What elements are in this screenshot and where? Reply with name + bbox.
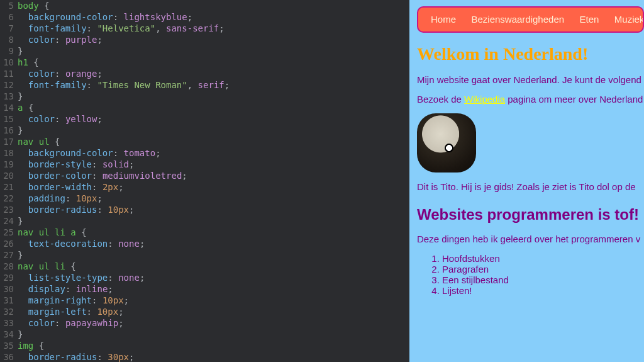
- code-content[interactable]: font-family: "Helvetica", sans-serif;: [18, 23, 409, 34]
- code-content[interactable]: }: [18, 215, 409, 227]
- code-line[interactable]: 20 border-color: mediumvioletred;: [0, 170, 409, 181]
- code-line[interactable]: 6 background-color: lightskyblue;: [0, 11, 409, 23]
- line-number: 36: [0, 351, 18, 362]
- nav-item-bezienswaardigheden[interactable]: Bezienswaardigheden: [471, 14, 564, 25]
- code-content[interactable]: }: [18, 91, 409, 102]
- wikipedia-link[interactable]: Wikipedia: [464, 94, 505, 105]
- line-number: 27: [0, 249, 18, 261]
- code-line[interactable]: 8 color: purple;: [0, 34, 409, 45]
- code-line[interactable]: 21 border-width: 2px;: [0, 181, 409, 193]
- learned-paragraph: Deze dingen heb ik geleerd over het prog…: [417, 234, 644, 244]
- code-content[interactable]: color: yellow;: [18, 113, 409, 125]
- code-content[interactable]: display: inline;: [18, 283, 409, 295]
- code-content[interactable]: background-color: lightskyblue;: [18, 11, 409, 23]
- line-number: 13: [0, 91, 18, 102]
- code-content[interactable]: margin-left: 10px;: [18, 306, 409, 317]
- code-line[interactable]: 23 border-radius: 10px;: [0, 204, 409, 215]
- code-line[interactable]: 17nav ul {: [0, 136, 409, 147]
- nav-item-home[interactable]: Home: [431, 14, 456, 25]
- code-line[interactable]: 28nav ul li {: [0, 261, 409, 272]
- code-content[interactable]: color: orange;: [18, 68, 409, 79]
- nav-link[interactable]: Eten: [580, 14, 599, 25]
- code-content[interactable]: text-decoration: none;: [18, 238, 409, 249]
- nav-bar: Home Bezienswaardigheden Eten Muziek: [417, 6, 644, 33]
- code-line[interactable]: 31 margin-right: 10px;: [0, 295, 409, 306]
- code-line[interactable]: 24}: [0, 215, 409, 227]
- code-content[interactable]: border-radius: 30px;: [18, 351, 409, 362]
- code-line[interactable]: 10h1 {: [0, 57, 409, 68]
- code-line[interactable]: 29 list-style-type: none;: [0, 272, 409, 283]
- code-line[interactable]: 25nav ul li a {: [0, 227, 409, 238]
- tito-paragraph: Dit is Tito. Hij is je gids! Zoals je zi…: [417, 181, 644, 192]
- line-number: 15: [0, 113, 18, 125]
- line-number: 26: [0, 238, 18, 249]
- code-line[interactable]: 33 color: papayawhip;: [0, 317, 409, 329]
- line-number: 35: [0, 340, 18, 351]
- code-line[interactable]: 22 padding: 10px;: [0, 193, 409, 204]
- code-line[interactable]: 19 border-style: solid;: [0, 159, 409, 170]
- code-content[interactable]: background-color: tomato;: [18, 147, 409, 159]
- code-line[interactable]: 5body {: [0, 0, 409, 11]
- code-content[interactable]: }: [18, 45, 409, 57]
- page-title: Welkom in Nederland!: [417, 44, 644, 64]
- code-line[interactable]: 34}: [0, 329, 409, 340]
- code-content[interactable]: nav ul {: [18, 136, 409, 147]
- code-line[interactable]: 9}: [0, 45, 409, 57]
- line-number: 7: [0, 23, 18, 34]
- code-line[interactable]: 12 font-family: "Times New Roman", serif…: [0, 79, 409, 91]
- code-content[interactable]: font-family: "Times New Roman", serif;: [18, 79, 409, 91]
- line-number: 18: [0, 147, 18, 159]
- code-line[interactable]: 35img {: [0, 340, 409, 351]
- code-content[interactable]: margin-right: 10px;: [18, 295, 409, 306]
- code-line[interactable]: 26 text-decoration: none;: [0, 238, 409, 249]
- code-content[interactable]: border-color: mediumvioletred;: [18, 170, 409, 181]
- line-number: 32: [0, 306, 18, 317]
- preview-pane: Home Bezienswaardigheden Eten Muziek Wel…: [409, 0, 644, 362]
- line-number: 25: [0, 227, 18, 238]
- code-content[interactable]: nav ul li a {: [18, 227, 409, 238]
- nav-item-muziek[interactable]: Muziek: [614, 14, 644, 25]
- section-heading: Websites programmeren is tof!: [417, 206, 644, 223]
- code-content[interactable]: list-style-type: none;: [18, 272, 409, 283]
- code-content[interactable]: border-radius: 10px;: [18, 204, 409, 215]
- line-number: 8: [0, 34, 18, 45]
- code-content[interactable]: border-style: solid;: [18, 159, 409, 170]
- wikipedia-paragraph: Bezoek de Wikipedia pagina om meer over …: [417, 94, 644, 105]
- code-content[interactable]: a {: [18, 102, 409, 113]
- code-content[interactable]: }: [18, 249, 409, 261]
- code-content[interactable]: }: [18, 329, 409, 340]
- code-line[interactable]: 11 color: orange;: [0, 68, 409, 79]
- code-line[interactable]: 36 border-radius: 30px;: [0, 351, 409, 362]
- code-content[interactable]: color: papayawhip;: [18, 317, 409, 329]
- code-editor[interactable]: 5body {6 background-color: lightskyblue;…: [0, 0, 409, 362]
- line-number: 30: [0, 283, 18, 295]
- line-number: 5: [0, 0, 18, 11]
- nav-link[interactable]: Muziek: [614, 14, 644, 25]
- code-line[interactable]: 13}: [0, 91, 409, 102]
- code-line[interactable]: 14a {: [0, 102, 409, 113]
- code-content[interactable]: padding: 10px;: [18, 193, 409, 204]
- nav-link[interactable]: Home: [431, 14, 456, 25]
- code-content[interactable]: border-width: 2px;: [18, 181, 409, 193]
- code-line[interactable]: 27}: [0, 249, 409, 261]
- line-number: 24: [0, 215, 18, 227]
- code-content[interactable]: body {: [18, 0, 409, 11]
- line-number: 22: [0, 193, 18, 204]
- wiki-pre: Bezoek de: [417, 94, 464, 105]
- code-line[interactable]: 15 color: yellow;: [0, 113, 409, 125]
- code-content[interactable]: img {: [18, 340, 409, 351]
- code-line[interactable]: 30 display: inline;: [0, 283, 409, 295]
- code-content[interactable]: h1 {: [18, 57, 409, 68]
- code-line[interactable]: 32 margin-left: 10px;: [0, 306, 409, 317]
- list-item: Paragrafen: [442, 264, 644, 274]
- line-number: 6: [0, 11, 18, 23]
- code-line[interactable]: 7 font-family: "Helvetica", sans-serif;: [0, 23, 409, 34]
- code-line[interactable]: 18 background-color: tomato;: [0, 147, 409, 159]
- nav-item-eten[interactable]: Eten: [580, 14, 599, 25]
- code-content[interactable]: nav ul li {: [18, 261, 409, 272]
- nav-link[interactable]: Bezienswaardigheden: [471, 14, 564, 25]
- code-line[interactable]: 16}: [0, 125, 409, 136]
- code-content[interactable]: color: purple;: [18, 34, 409, 45]
- code-content[interactable]: }: [18, 125, 409, 136]
- tito-image: [417, 113, 476, 173]
